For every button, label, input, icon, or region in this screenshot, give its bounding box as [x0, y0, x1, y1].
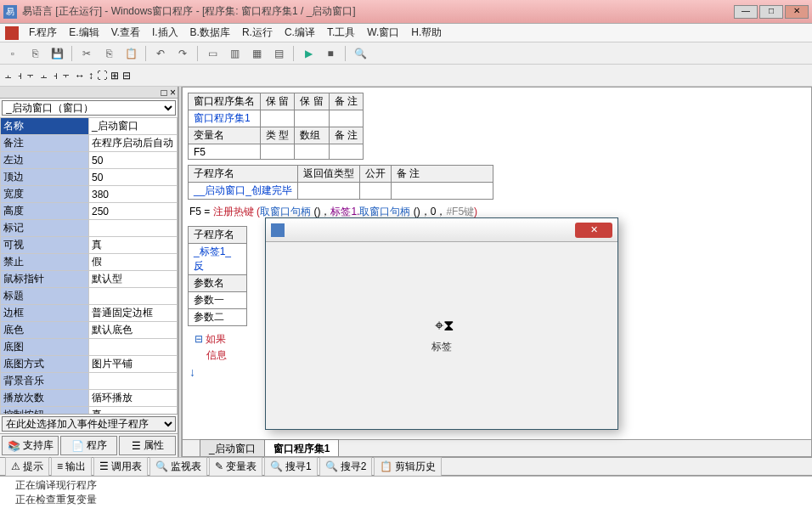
find-icon[interactable]: 🔍 — [351, 45, 369, 62]
tab-calltable[interactable]: ☰ 调用表 — [93, 457, 148, 477]
prop-value[interactable]: 在程序启动后自动 — [89, 135, 178, 152]
prop-value[interactable]: 50 — [89, 152, 178, 169]
maximize-button[interactable]: □ — [759, 5, 783, 19]
prop-value[interactable]: 380 — [89, 186, 178, 203]
prop-value[interactable]: 默认底色 — [89, 322, 178, 339]
redo-icon[interactable]: ↷ — [173, 45, 192, 62]
align-left-icon[interactable]: ⫠ — [3, 70, 14, 82]
menu-view[interactable]: V.查看 — [106, 24, 145, 42]
prop-name[interactable]: 背景音乐 — [1, 373, 89, 390]
prop-name[interactable]: 边框 — [1, 305, 89, 322]
menu-insert[interactable]: I.插入 — [147, 24, 183, 42]
same-height-icon[interactable]: ↕ — [88, 70, 93, 82]
stop-icon[interactable]: ■ — [321, 45, 340, 62]
prop-name[interactable]: 底图 — [1, 339, 89, 356]
prop-value[interactable]: 循环播放 — [89, 390, 178, 407]
menu-window[interactable]: W.窗口 — [362, 24, 404, 42]
editor-tabs: _启动窗口 窗口程序集1 — [183, 439, 811, 456]
save-icon[interactable]: 💾 — [48, 45, 66, 62]
align-top-icon[interactable]: ⫠ — [39, 70, 49, 82]
prop-value[interactable] — [89, 373, 178, 390]
prop-name[interactable]: 底色 — [1, 322, 89, 339]
running-window[interactable]: ✕ ⌖⧗ 标签 — [265, 217, 618, 430]
prop-value[interactable]: 250 — [89, 203, 178, 220]
run-icon[interactable]: ▶ — [299, 45, 318, 62]
undo-icon[interactable]: ↶ — [151, 45, 170, 62]
layout1-icon[interactable]: ▭ — [203, 45, 222, 62]
align-middle-icon[interactable]: ⫞ — [53, 70, 58, 82]
prop-name[interactable]: 鼠标指针 — [1, 271, 89, 288]
tab-search1[interactable]: 🔍 搜寻1 — [264, 457, 318, 477]
paste-icon[interactable]: 📋 — [121, 45, 140, 62]
running-window-titlebar[interactable]: ✕ — [266, 218, 617, 242]
running-window-icon — [271, 223, 285, 237]
prop-value[interactable]: 真 — [89, 237, 178, 254]
tab-output[interactable]: ≡ 输出 — [51, 457, 92, 477]
tab-hint[interactable]: ⚠ 提示 — [5, 457, 49, 477]
prop-value[interactable]: 普通固定边框 — [89, 305, 178, 322]
prop-value[interactable]: 假 — [89, 254, 178, 271]
property-grid[interactable]: 名称_启动窗口备注在程序启动后自动左边50顶边50宽度380高度250标记可视真… — [0, 117, 178, 414]
close-button[interactable]: ✕ — [785, 5, 809, 19]
tab-properties[interactable]: ☰ 属性 — [119, 436, 176, 455]
prop-value[interactable] — [89, 220, 178, 237]
prop-value[interactable]: 真 — [89, 407, 178, 415]
window-title: 易语言 [正在运行] - Windows窗口程序 - [程序集: 窗口程序集1 … — [22, 4, 356, 19]
tab-support-lib[interactable]: 📚 支持库 — [2, 436, 59, 455]
same-size-icon[interactable]: ⛶ — [97, 70, 107, 82]
prop-value[interactable]: _启动窗口 — [89, 118, 178, 135]
align-right-icon[interactable]: ⫟ — [25, 70, 36, 82]
prop-value[interactable] — [89, 339, 178, 356]
prop-value[interactable]: 50 — [89, 169, 178, 186]
tab-watch[interactable]: 🔍 监视表 — [149, 457, 207, 477]
prop-name[interactable]: 备注 — [1, 135, 89, 152]
tab-clip-history[interactable]: 📋 剪辑历史 — [374, 457, 442, 477]
tab-search2[interactable]: 🔍 搜寻2 — [319, 457, 373, 477]
prop-value[interactable]: 默认型 — [89, 271, 178, 288]
copy-icon[interactable]: ⎘ — [99, 45, 118, 62]
prop-name[interactable]: 宽度 — [1, 186, 89, 203]
layout4-icon[interactable]: ▤ — [269, 45, 288, 62]
center-h-icon[interactable]: ⊞ — [110, 70, 119, 82]
layout3-icon[interactable]: ▦ — [247, 45, 266, 62]
same-width-icon[interactable]: ↔ — [75, 70, 85, 82]
prop-value[interactable]: 图片平铺 — [89, 356, 178, 373]
prop-name[interactable]: 左边 — [1, 152, 89, 169]
menu-program[interactable]: F.程序 — [24, 24, 62, 42]
prop-name[interactable]: 可视 — [1, 237, 89, 254]
prop-name[interactable]: 控制按钮 — [1, 407, 89, 415]
minimize-button[interactable]: — — [734, 5, 758, 19]
open-icon[interactable]: ⎘ — [25, 45, 44, 62]
prop-name[interactable]: 名称 — [1, 118, 89, 135]
menu-help[interactable]: H.帮助 — [406, 24, 447, 42]
prop-name[interactable]: 标题 — [1, 288, 89, 305]
layout2-icon[interactable]: ▥ — [225, 45, 244, 62]
running-window-body: ⌖⧗ 标签 — [266, 242, 617, 429]
prop-name[interactable]: 播放次数 — [1, 390, 89, 407]
prop-name[interactable]: 禁止 — [1, 254, 89, 271]
output-tabs: ⚠ 提示 ≡ 输出 ☰ 调用表 🔍 监视表 ✎ 变量表 🔍 搜寻1 🔍 搜寻2 … — [0, 457, 812, 476]
menu-edit[interactable]: E.编辑 — [64, 24, 104, 42]
prop-name[interactable]: 底图方式 — [1, 356, 89, 373]
align-center-icon[interactable]: ⫞ — [17, 70, 22, 82]
prop-name[interactable]: 顶边 — [1, 169, 89, 186]
menu-database[interactable]: B.数据库 — [185, 24, 235, 42]
menu-tools[interactable]: T.工具 — [322, 24, 360, 42]
menu-run[interactable]: R.运行 — [237, 24, 278, 42]
tab-program[interactable]: 📄 程序 — [60, 436, 117, 455]
running-window-close-button[interactable]: ✕ — [575, 223, 612, 238]
prop-name[interactable]: 高度 — [1, 203, 89, 220]
menu-compile[interactable]: C.编译 — [279, 24, 320, 42]
object-selector[interactable]: _启动窗口（窗口） — [2, 100, 176, 116]
event-selector[interactable]: 在此处选择加入事件处理子程序 — [2, 416, 176, 432]
panel-close-icon[interactable]: □ × — [161, 87, 176, 99]
align-bottom-icon[interactable]: ⫟ — [61, 70, 71, 82]
prop-value[interactable] — [89, 288, 178, 305]
cut-icon[interactable]: ✂ — [77, 45, 96, 62]
new-icon[interactable]: ▫ — [3, 45, 22, 62]
center-v-icon[interactable]: ⊟ — [122, 70, 131, 82]
tab-assembly1[interactable]: 窗口程序集1 — [264, 439, 340, 458]
tab-vars[interactable]: ✎ 变量表 — [209, 457, 262, 477]
tab-startup-window[interactable]: _启动窗口 — [200, 439, 265, 458]
prop-name[interactable]: 标记 — [1, 220, 89, 237]
